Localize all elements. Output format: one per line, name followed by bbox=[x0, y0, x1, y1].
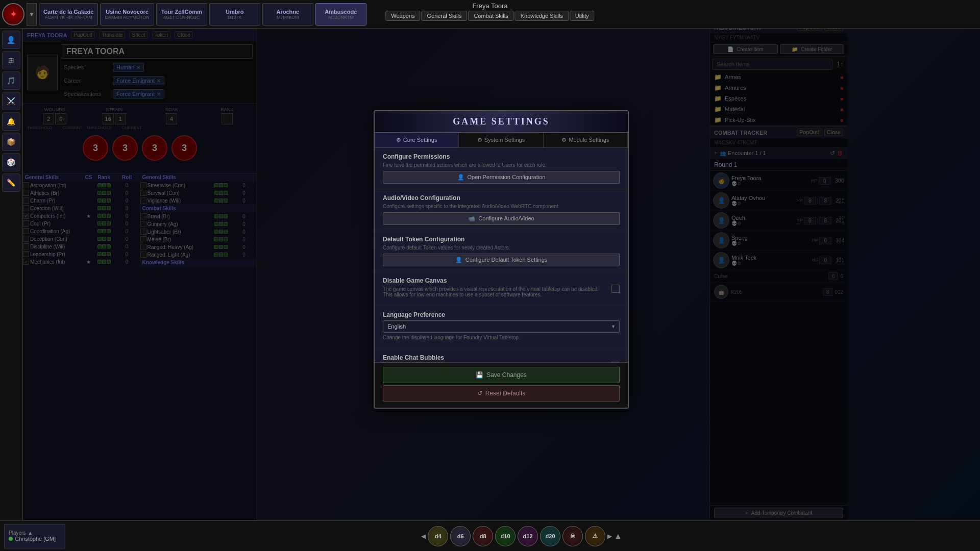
scene-tab-0[interactable]: Carte de la Galaxie ACAM 7K -4K TN-KAM bbox=[39, 3, 98, 26]
disable-canvas-setting: Disable Game Canvas The game canvas whic… bbox=[375, 272, 628, 306]
sidebar-icon-items[interactable]: 📦 bbox=[2, 133, 20, 151]
knowledge-skills-btn[interactable]: Knowledge Skills bbox=[515, 11, 569, 21]
players-section: Players ▲ Christophe [GM] bbox=[4, 524, 65, 548]
audio-video-desc: Configure settings specific to the integ… bbox=[383, 204, 620, 209]
active-character-name: Freya Toora bbox=[472, 0, 507, 11]
disable-canvas-row: Disable Game Canvas The game canvas whic… bbox=[383, 277, 620, 300]
sidebar-icon-audio[interactable]: 🎵 bbox=[2, 71, 20, 90]
dice-d20-btn[interactable]: d20 bbox=[540, 526, 560, 546]
sidebar-icon-combat[interactable]: ⚔️ bbox=[2, 92, 20, 110]
reset-icon: ↺ bbox=[477, 390, 482, 397]
dice-warning-btn[interactable]: ⚠ bbox=[585, 526, 605, 546]
disable-canvas-desc: The game canvas which provides a visual … bbox=[383, 286, 607, 297]
audio-video-title: Audio/Video Configuration bbox=[383, 194, 620, 202]
save-changes-btn[interactable]: 💾 Save Changes bbox=[383, 367, 620, 383]
language-setting: Language Preference English Français Deu… bbox=[375, 306, 628, 349]
module-settings-icon: ⚙ bbox=[561, 137, 567, 143]
combat-skills-btn[interactable]: Combat Skills bbox=[468, 11, 513, 21]
permissions-btn-icon: 👤 bbox=[457, 174, 464, 181]
game-settings-dialog: GAME SETTINGS ⚙ Core Settings ⚙ System S… bbox=[374, 110, 629, 409]
dice-d6-btn[interactable]: d6 bbox=[450, 526, 471, 546]
disable-canvas-title: Disable Game Canvas bbox=[383, 277, 607, 284]
dice-d10-btn[interactable]: d10 bbox=[495, 526, 516, 546]
token-config-icon: 👤 bbox=[455, 257, 462, 263]
top-bar: ✦ ▼ Carte de la Galaxie ACAM 7K -4K TN-K… bbox=[0, 0, 980, 29]
utility-btn[interactable]: Utility bbox=[570, 11, 595, 21]
default-token-title: Default Token Configuration bbox=[383, 236, 620, 243]
character-nav-buttons: Weapons General Skills Combat Skills Kno… bbox=[385, 11, 594, 21]
sidebar-icon-dice[interactable]: 🎲 bbox=[2, 153, 20, 171]
open-permissions-btn[interactable]: 👤 Open Permission Configuration bbox=[383, 171, 620, 184]
sidebar-icon-edit[interactable]: ✏️ bbox=[2, 173, 20, 192]
sidebar-icon-actors[interactable]: 👤 bbox=[2, 31, 20, 49]
center-nav: Freya Toora Weapons General Skills Comba… bbox=[385, 0, 594, 21]
scene-tab-4[interactable]: Arochne M7MNIOM bbox=[262, 3, 313, 26]
player-name: Christophe [GM] bbox=[15, 536, 56, 542]
chat-bubbles-setting: Enable Chat Bubbles Configure whether or… bbox=[375, 349, 628, 362]
player-christophe: Christophe [GM] bbox=[9, 536, 61, 542]
chat-bubbles-checkbox[interactable]: ✓ bbox=[611, 362, 620, 362]
permissions-setting: Configure Permissions Fine tune the perm… bbox=[375, 148, 628, 189]
default-token-setting: Default Token Configuration Configure de… bbox=[375, 231, 628, 272]
bottom-bar: Players ▲ Christophe [GM] ◀ d4 d6 d8 d10… bbox=[0, 520, 980, 551]
dialog-content: Configure Permissions Fine tune the perm… bbox=[375, 148, 628, 362]
general-skills-btn[interactable]: General Skills bbox=[422, 11, 468, 21]
permissions-desc: Fine tune the permitted actions which ar… bbox=[383, 162, 620, 168]
tab-core-settings[interactable]: ⚙ Core Settings bbox=[375, 133, 459, 147]
chat-bubbles-row: Enable Chat Bubbles Configure whether or… bbox=[383, 354, 620, 362]
scene-tab-2[interactable]: Tour ZellComm 4G1T D1N-NO1C bbox=[156, 3, 207, 26]
dialog-tabs: ⚙ Core Settings ⚙ System Settings ⚙ Modu… bbox=[375, 133, 628, 148]
language-select-wrapper: English Français Deutsch Español bbox=[383, 320, 620, 333]
disable-canvas-checkbox[interactable] bbox=[611, 285, 620, 293]
dice-skull-btn[interactable]: ☠ bbox=[562, 526, 583, 546]
chat-bubbles-title: Enable Chat Bubbles bbox=[383, 354, 607, 361]
language-desc: Change the displayed language for Foundr… bbox=[383, 335, 620, 340]
scene-tab-5[interactable]: Ambuscode ACBUNKTM bbox=[315, 3, 366, 26]
dialog-overlay[interactable]: GAME SETTINGS ⚙ Core Settings ⚙ System S… bbox=[22, 29, 980, 520]
core-settings-icon: ⚙ bbox=[396, 137, 401, 143]
app-logo[interactable]: ✦ bbox=[2, 3, 24, 26]
sidebar-icon-journal[interactable]: ⊞ bbox=[2, 51, 20, 69]
scene-tab-1[interactable]: Usine Novocore CAMAM ACYMOTON bbox=[100, 3, 154, 26]
scenes-collapse-arrow[interactable]: ▼ bbox=[27, 3, 37, 26]
language-title: Language Preference bbox=[383, 311, 620, 318]
language-select[interactable]: English Français Deutsch Español bbox=[383, 320, 620, 333]
permissions-title: Configure Permissions bbox=[383, 153, 620, 160]
reset-defaults-btn[interactable]: ↺ Reset Defaults bbox=[383, 385, 620, 402]
save-icon: 💾 bbox=[476, 371, 483, 379]
configure-audio-video-btn[interactable]: 📹 Configure Audio/Video bbox=[383, 212, 620, 225]
audio-video-icon: 📹 bbox=[468, 215, 475, 222]
weapons-btn[interactable]: Weapons bbox=[385, 11, 420, 21]
dice-right-arrow[interactable]: ▶ bbox=[607, 533, 612, 540]
tab-system-settings[interactable]: ⚙ System Settings bbox=[459, 133, 543, 147]
system-settings-icon: ⚙ bbox=[477, 137, 482, 143]
dice-d12-btn[interactable]: d12 bbox=[518, 526, 538, 546]
audio-video-setting: Audio/Video Configuration Configure sett… bbox=[375, 189, 628, 231]
sidebar-icon-notifications[interactable]: 🔔 bbox=[2, 112, 20, 131]
dice-d4-btn[interactable]: d4 bbox=[428, 526, 448, 546]
dice-up-arrow[interactable]: ▲ bbox=[614, 532, 622, 541]
players-expand-btn[interactable]: ▲ bbox=[28, 530, 33, 536]
dice-d8-btn[interactable]: d8 bbox=[473, 526, 493, 546]
dialog-title: GAME SETTINGS bbox=[375, 111, 628, 133]
default-token-desc: Configure default Token values for newly… bbox=[383, 245, 620, 251]
tab-module-settings[interactable]: ⚙ Module Settings bbox=[544, 133, 628, 147]
configure-token-btn[interactable]: 👤 Configure Default Token Settings bbox=[383, 254, 620, 266]
left-sidebar: 👤 ⊞ 🎵 ⚔️ 🔔 📦 🎲 ✏️ bbox=[0, 29, 22, 551]
player-dot bbox=[9, 537, 13, 541]
players-label: Players ▲ bbox=[9, 530, 61, 536]
scene-tab-3[interactable]: Umbro D137K bbox=[209, 3, 260, 26]
dice-left-arrow[interactable]: ◀ bbox=[421, 533, 426, 540]
dialog-footer: 💾 Save Changes ↺ Reset Defaults bbox=[375, 362, 628, 408]
dice-bar: ◀ d4 d6 d8 d10 d12 d20 ☠ ⚠ ▶ ▲ bbox=[67, 526, 976, 546]
